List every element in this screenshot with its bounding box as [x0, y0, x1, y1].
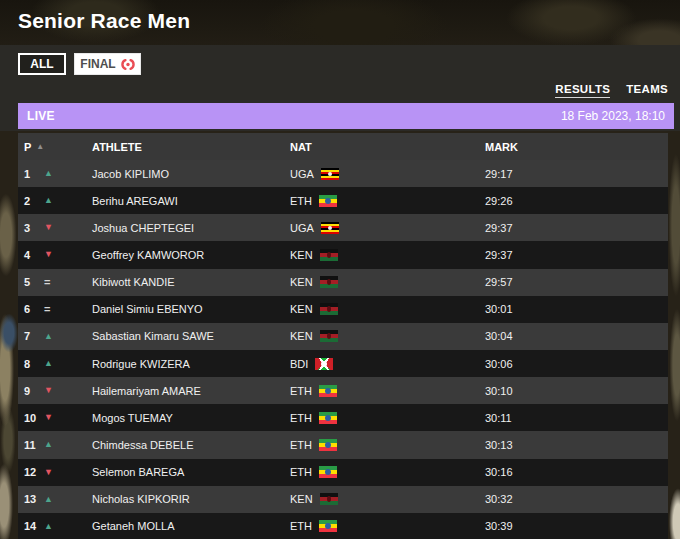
athlete-result-row[interactable]: 6 = Daniel Simiu EBENYO KEN 30:01	[18, 296, 668, 323]
event-datetime: 18 Feb 2023, 18:10	[561, 109, 665, 123]
trend-icon: ▲	[44, 169, 82, 178]
view-tabs: RESULTS TEAMS	[555, 83, 668, 98]
country-flag-icon	[320, 303, 338, 315]
trend-icon: =	[44, 304, 82, 315]
table-header-row: P ▲ ATHLETE NAT MARK	[18, 133, 668, 160]
nationality-cell: UGA	[280, 168, 475, 180]
mark-time: 29:26	[475, 195, 668, 207]
country-flag-icon	[319, 466, 337, 478]
athlete-result-row[interactable]: 2 ▲ Berihu AREGAWI ETH 29:26	[18, 187, 668, 214]
trend-icon: ▲	[44, 495, 82, 504]
nationality-cell: ETH	[280, 439, 475, 451]
athlete-name: Nicholas KIPKORIR	[82, 493, 280, 505]
all-filter-label: ALL	[30, 57, 53, 71]
mark-time: 29:17	[475, 168, 668, 180]
trend-icon: ▲	[44, 332, 82, 341]
column-header-mark: MARK	[475, 141, 668, 153]
country-flag-icon	[320, 249, 338, 261]
mark-time: 30:11	[475, 412, 668, 424]
all-filter-button[interactable]: ALL	[18, 53, 66, 75]
athlete-name: Berihu AREGAWI	[82, 195, 280, 207]
trend-icon: ▼	[44, 223, 82, 232]
position-value: 7	[18, 330, 44, 342]
athlete-result-row[interactable]: 8 ▲ Rodrigue KWIZERA BDI 30:06	[18, 350, 668, 377]
nationality-cell: UGA	[280, 222, 475, 234]
country-code: ETH	[290, 466, 312, 478]
page-title: Senior Race Men	[18, 9, 190, 33]
country-code: KEN	[290, 249, 313, 261]
athlete-name: Rodrigue KWIZERA	[82, 358, 280, 370]
mark-time: 30:16	[475, 466, 668, 478]
athlete-name: Jacob KIPLIMO	[82, 168, 280, 180]
country-flag-icon	[319, 385, 337, 397]
athlete-result-row[interactable]: 14 ▲ Getaneh MOLLA ETH 30:39	[18, 513, 668, 539]
position-value: 11	[18, 439, 44, 451]
athlete-name: Chimdessa DEBELE	[82, 439, 280, 451]
final-filter-button[interactable]: FINAL	[74, 53, 141, 75]
country-flag-icon	[320, 276, 338, 288]
column-header-nat: NAT	[280, 141, 475, 153]
trend-icon: ▲	[44, 196, 82, 205]
athlete-result-row[interactable]: 3 ▼ Joshua CHEPTEGEI UGA 29:37	[18, 214, 668, 241]
position-value: 3	[18, 222, 44, 234]
nationality-cell: KEN	[280, 330, 475, 342]
position-value: 4	[18, 249, 44, 261]
athlete-result-row[interactable]: 10 ▼ Mogos TUEMAY ETH 30:11	[18, 404, 668, 431]
tab-results[interactable]: RESULTS	[555, 83, 610, 98]
country-flag-icon	[320, 330, 338, 342]
position-value: 12	[18, 466, 44, 478]
nationality-cell: ETH	[280, 412, 475, 424]
live-broadcast-icon	[121, 59, 135, 70]
final-filter-label: FINAL	[80, 57, 115, 71]
nationality-cell: ETH	[280, 466, 475, 478]
country-code: KEN	[290, 276, 313, 288]
athlete-name: Geoffrey KAMWOROR	[82, 249, 280, 261]
athlete-result-row[interactable]: 13 ▲ Nicholas KIPKORIR KEN 30:32	[18, 486, 668, 513]
athlete-result-row[interactable]: 12 ▼ Selemon BAREGA ETH 30:16	[18, 459, 668, 486]
country-flag-icon	[319, 439, 337, 451]
nationality-cell: ETH	[280, 385, 475, 397]
athlete-result-row[interactable]: 1 ▲ Jacob KIPLIMO UGA 29:17	[18, 160, 668, 187]
mark-time: 30:13	[475, 439, 668, 451]
country-code: UGA	[290, 222, 314, 234]
country-flag-icon	[320, 493, 338, 505]
results-table: P ▲ ATHLETE NAT MARK 1 ▲ Jacob KIPLIMO U…	[18, 133, 668, 539]
country-flag-icon	[319, 520, 337, 532]
position-value: 6	[18, 303, 44, 315]
athlete-result-row[interactable]: 7 ▲ Sabastian Kimaru SAWE KEN 30:04	[18, 323, 668, 350]
athlete-result-row[interactable]: 9 ▼ Hailemariyam AMARE ETH 30:10	[18, 377, 668, 404]
position-value: 13	[18, 493, 44, 505]
mark-time: 29:37	[475, 249, 668, 261]
athlete-result-row[interactable]: 11 ▲ Chimdessa DEBELE ETH 30:13	[18, 431, 668, 458]
mark-time: 29:37	[475, 222, 668, 234]
nationality-cell: BDI	[280, 358, 475, 370]
position-value: 1	[18, 168, 44, 180]
nationality-cell: KEN	[280, 249, 475, 261]
country-flag-icon	[321, 222, 339, 234]
nationality-cell: KEN	[280, 276, 475, 288]
athlete-result-row[interactable]: 4 ▼ Geoffrey KAMWOROR KEN 29:37	[18, 241, 668, 268]
country-code: ETH	[290, 412, 312, 424]
tab-teams[interactable]: TEAMS	[626, 83, 668, 98]
athlete-result-row[interactable]: 5 = Kibiwott KANDIE KEN 29:57	[18, 269, 668, 296]
country-code: KEN	[290, 493, 313, 505]
country-code: ETH	[290, 385, 312, 397]
live-status-bar: LIVE 18 Feb 2023, 18:10	[18, 103, 674, 129]
position-value: 8	[18, 358, 44, 370]
nationality-cell: ETH	[280, 520, 475, 532]
position-value: 10	[18, 412, 44, 424]
athlete-name: Mogos TUEMAY	[82, 412, 280, 424]
nationality-cell: KEN	[280, 493, 475, 505]
mark-time: 29:57	[475, 276, 668, 288]
trend-icon: ▲	[44, 440, 82, 449]
athlete-name: Selemon BAREGA	[82, 466, 280, 478]
trend-icon: ▲	[44, 522, 82, 531]
position-value: 2	[18, 195, 44, 207]
sort-ascending-icon: ▲	[36, 142, 44, 151]
trend-icon: ▼	[44, 413, 82, 422]
trend-icon: ▼	[44, 250, 82, 259]
trend-icon: ▼	[44, 386, 82, 395]
column-header-position[interactable]: P ▲	[18, 141, 44, 153]
country-code: KEN	[290, 330, 313, 342]
mark-time: 30:01	[475, 303, 668, 315]
